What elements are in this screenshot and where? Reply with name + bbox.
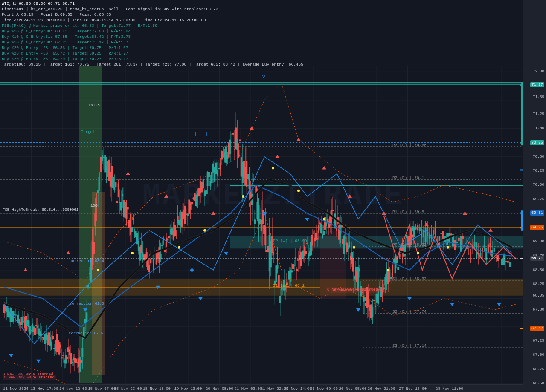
price-label-71.00: 71.00 bbox=[533, 126, 544, 130]
price-scale: 72.0071.7771.5571.2571.0070.7570.5070.25… bbox=[523, 0, 546, 392]
time-label: 28 Nov 11:00 bbox=[436, 387, 463, 391]
price-label-69.00: 69.00 bbox=[533, 239, 544, 244]
price-label-66.75: 66.75 bbox=[533, 367, 544, 372]
time-label: 18 Nov 18:00 bbox=[143, 387, 171, 391]
price-label-69.75: 69.75 bbox=[533, 197, 544, 202]
time-label: 15 Nov 23:00 bbox=[114, 387, 142, 391]
price-label-69.51: 69.51 bbox=[530, 210, 544, 216]
time-label: 21 Nov 03:00 bbox=[234, 387, 262, 391]
time-label: 26 Nov 21:00 bbox=[368, 387, 395, 391]
price-label-71.25: 71.25 bbox=[533, 112, 544, 116]
price-label-67.80: 67.80 bbox=[533, 308, 544, 312]
time-label: 27 Nov 16:00 bbox=[399, 387, 427, 391]
time-scale: 11 Nov 202413 Nov 17:0014 Nov 12:0015 No… bbox=[0, 384, 523, 392]
price-label-69.25: 69.25 bbox=[530, 225, 544, 230]
time-label: 22 Nov 14:00 bbox=[284, 387, 312, 391]
chart-canvas bbox=[0, 0, 546, 392]
time-label: 20 Nov 08:00 bbox=[206, 387, 233, 391]
price-label-71.77: 71.77 bbox=[530, 82, 544, 87]
time-label: 15 Nov 07:00 bbox=[88, 387, 116, 391]
price-label-70.75: 70.75 bbox=[530, 140, 544, 145]
time-label: 14 Nov 12:00 bbox=[59, 387, 87, 391]
time-label: 11 Nov 2024 bbox=[3, 387, 28, 391]
chart-container: MARKETZITRADE WTI,H1 68.96 69.00 68.71 6… bbox=[0, 0, 546, 392]
price-label-67.00: 67.00 bbox=[533, 353, 544, 357]
price-label-66.50: 66.50 bbox=[533, 381, 544, 386]
price-label-70.50: 70.50 bbox=[533, 155, 544, 159]
price-label-68.50: 68.50 bbox=[533, 268, 544, 272]
price-label-70.25: 70.25 bbox=[533, 169, 544, 173]
time-label: 19 Nov 13:00 bbox=[174, 387, 202, 391]
price-label-70.00: 70.00 bbox=[533, 183, 544, 187]
time-label: 13 Nov 17:00 bbox=[31, 387, 58, 391]
price-label-67.25: 67.25 bbox=[533, 339, 544, 343]
time-label: 25 Nov 09:00 bbox=[310, 387, 338, 391]
price-label-67.47: 67.47 bbox=[530, 326, 544, 331]
price-label-71.55: 71.55 bbox=[533, 95, 544, 99]
price-label-72.00: 72.00 bbox=[533, 69, 544, 74]
price-label-68.71: 68.71 bbox=[530, 256, 544, 261]
price-label-68.25: 68.25 bbox=[533, 282, 544, 286]
time-label: 26 Nov 05:00 bbox=[339, 387, 366, 391]
price-label-68.05: 68.05 bbox=[533, 294, 544, 298]
